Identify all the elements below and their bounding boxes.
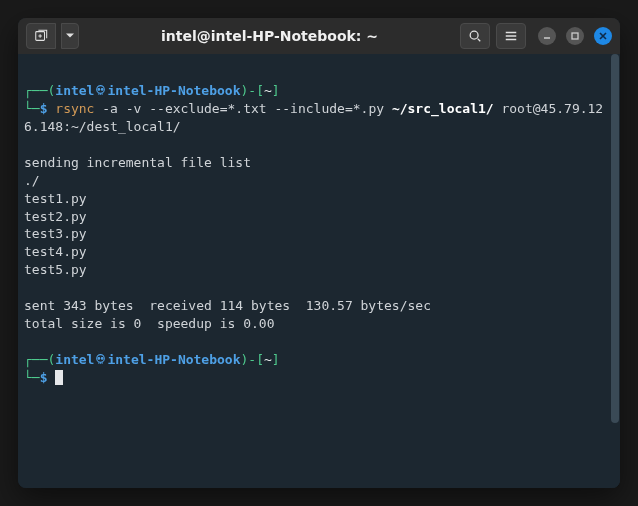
output-line: test3.py <box>24 226 87 241</box>
command-line: └─$ rsync -a -v --exclude=*.txt --includ… <box>24 100 614 136</box>
output-line: test1.py <box>24 191 87 206</box>
output-line: test4.py <box>24 244 87 259</box>
minimize-button[interactable] <box>538 27 556 45</box>
svg-point-7 <box>99 358 101 360</box>
scrollbar-thumb[interactable] <box>611 54 619 423</box>
prompt-user: intel <box>55 83 94 98</box>
window-title: intel@intel-HP-Notebook: ~ <box>85 28 454 44</box>
hamburger-menu-button[interactable] <box>496 23 526 49</box>
output-line: sending incremental file list <box>24 155 251 170</box>
titlebar: intel@intel-HP-Notebook: ~ <box>18 18 620 54</box>
prompt-line1-open: ┌──( <box>24 83 55 98</box>
svg-point-4 <box>99 89 101 91</box>
prompt-host: intel-HP-Notebook <box>107 83 240 98</box>
svg-point-1 <box>470 31 478 39</box>
output-line: test5.py <box>24 262 87 277</box>
close-button[interactable] <box>594 27 612 45</box>
svg-point-8 <box>102 358 104 360</box>
command-name: rsync <box>55 101 94 116</box>
prompt-close2: ] <box>272 83 280 98</box>
prompt-close1: )-[ <box>241 83 264 98</box>
prompt2-line2-prefix: └─ <box>24 370 40 385</box>
prompt2-close2: ] <box>272 352 280 367</box>
output-line: test2.py <box>24 209 87 224</box>
prompt-line2-prefix: └─ <box>24 101 40 116</box>
skull-icon <box>94 353 107 366</box>
output-line: total size is 0 speedup is 0.00 <box>24 316 274 331</box>
svg-rect-2 <box>572 33 578 39</box>
prompt2-host: intel-HP-Notebook <box>107 352 240 367</box>
skull-icon <box>94 84 107 97</box>
maximize-button[interactable] <box>566 27 584 45</box>
cursor <box>55 370 63 385</box>
search-button[interactable] <box>460 23 490 49</box>
new-tab-button[interactable] <box>26 23 56 49</box>
command-src: ~/src_local1/ <box>392 101 494 116</box>
terminal-body[interactable]: ┌──(intelintel-HP-Notebook)-[~] └─$ rsyn… <box>18 54 620 488</box>
terminal-window: intel@intel-HP-Notebook: ~ ┌──(intelinte… <box>18 18 620 488</box>
scrollbar[interactable] <box>610 54 620 488</box>
prompt2-path: ~ <box>264 352 272 367</box>
new-tab-dropdown[interactable] <box>61 23 79 49</box>
prompt2-dollar: $ <box>40 370 48 385</box>
window-controls <box>538 27 612 45</box>
prompt2-user: intel <box>55 352 94 367</box>
svg-point-5 <box>102 89 104 91</box>
output-line: sent 343 bytes received 114 bytes 130.57… <box>24 298 431 313</box>
prompt-dollar: $ <box>40 101 48 116</box>
command-flags: -a -v --exclude=*.txt --include=*.py <box>94 101 391 116</box>
prompt2-close1: )-[ <box>241 352 264 367</box>
prompt-path: ~ <box>264 83 272 98</box>
prompt2-line1-open: ┌──( <box>24 352 55 367</box>
output-line: ./ <box>24 173 40 188</box>
